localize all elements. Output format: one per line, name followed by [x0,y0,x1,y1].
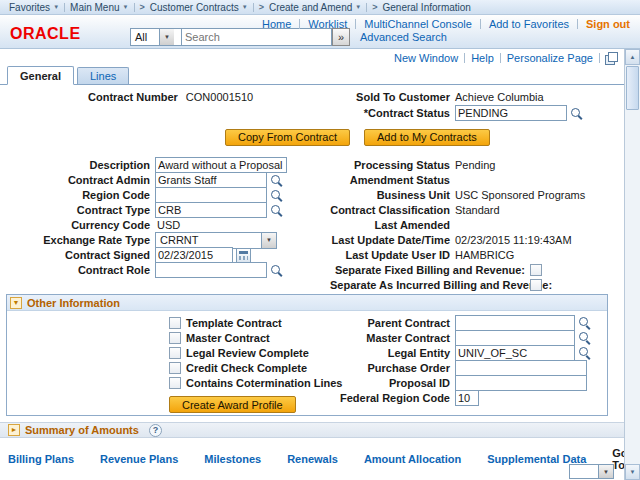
goto-dropdown[interactable] [569,464,614,479]
help-icon[interactable]: ? [149,424,162,437]
currency-code-label: Currency Code [0,219,155,231]
proposal-id-input[interactable] [455,375,587,391]
chevron-down-icon [53,4,59,10]
header: ORACLE All » Advanced Search Home Workli… [0,15,640,49]
breadcrumb-arrow-icon [135,2,145,12]
business-unit-value: USC Sponsored Programs [455,189,585,201]
copy-url-icon[interactable] [605,52,617,64]
federal-region-code-input[interactable] [455,390,479,406]
parent-contract-label: Parent Contract [330,317,455,329]
billing-plans-link[interactable]: Billing Plans [8,453,74,465]
legal-entity-input[interactable] [455,345,575,361]
worklist-link[interactable]: Worklist [300,18,355,30]
legal-review-complete-checkbox[interactable] [169,347,181,359]
other-information-header: Other Information [7,295,607,311]
contract-signed-input[interactable] [155,247,233,263]
parent-contract-input[interactable] [455,315,575,331]
lookup-icon[interactable] [578,331,591,344]
search-input[interactable] [182,28,332,46]
purchase-order-input[interactable] [455,360,587,376]
last-update-datetime-value: 02/23/2015 11:19:43AM [455,234,572,246]
contract-role-input[interactable] [155,262,267,278]
search-scope-dropdown[interactable]: All [130,28,182,46]
description-input[interactable] [155,157,287,173]
search-go-button[interactable]: » [332,28,350,46]
personalize-page-link[interactable]: Personalize Page [501,52,599,64]
home-link[interactable]: Home [254,18,299,30]
summary-of-amounts-section: Summary of Amounts ? [0,422,624,438]
breadcrumb-general-information[interactable]: General Information [378,2,476,13]
currency-code-value: USD [157,219,180,231]
summary-of-amounts-title: Summary of Amounts [25,424,139,436]
contract-number-label: Contract Number [88,91,178,103]
separate-incurred-label: Separate As Incurred Billing and Revenue… [330,279,530,291]
amount-allocation-link[interactable]: Amount Allocation [364,453,461,465]
breadcrumb-arrow-icon [254,2,264,12]
breadcrumb-customer-contracts[interactable]: Customer Contracts [145,2,253,13]
expand-section-icon[interactable] [8,424,20,436]
breadcrumb-create-and-amend[interactable]: Create and Amend [264,2,366,13]
milestones-link[interactable]: Milestones [204,453,261,465]
copy-from-contract-button[interactable]: Copy From Contract [225,129,350,146]
chevron-down-icon [261,233,276,248]
add-to-favorites-link[interactable]: Add to Favorites [481,18,577,30]
renewals-link[interactable]: Renewals [287,453,338,465]
lookup-icon[interactable] [270,264,283,277]
contains-cotermination-lines-label: Contains Cotermination Lines [186,377,342,389]
create-award-profile-button[interactable]: Create Award Profile [169,396,296,413]
tab-lines[interactable]: Lines [77,67,129,84]
contains-cotermination-lines-checkbox[interactable] [169,377,181,389]
lookup-icon[interactable] [570,107,583,120]
vertical-scrollbar[interactable] [624,49,640,480]
separate-incurred-checkbox[interactable] [530,279,542,291]
contract-number-value: CON0001510 [186,91,253,103]
scrollbar-thumb[interactable] [626,66,639,110]
breadcrumb-favorites[interactable]: Favorites [4,2,64,13]
chevron-down-icon [598,465,613,478]
calendar-icon[interactable] [236,248,251,263]
sign-out-link[interactable]: Sign out [578,18,630,30]
contract-classification-value: Standard [455,204,500,216]
proposal-id-label: Proposal ID [330,377,455,389]
processing-status-value: Pending [455,159,495,171]
lookup-icon[interactable] [578,346,591,359]
lookup-icon[interactable] [270,189,283,202]
federal-region-code-label: Federal Region Code [330,392,455,404]
legal-entity-label: Legal Entity [330,347,455,359]
oracle-logo: ORACLE [10,25,81,43]
peoplesoft-window: Favorites Main Menu Customer Contracts C… [0,0,640,480]
other-information-title: Other Information [27,297,120,309]
master-contract-input[interactable] [455,330,575,346]
lookup-icon[interactable] [270,174,283,187]
lookup-icon[interactable] [270,204,283,217]
master-contract-checkbox[interactable] [169,332,181,344]
scroll-down-button[interactable] [625,464,640,480]
separate-fixed-checkbox[interactable] [530,264,542,276]
new-window-link[interactable]: New Window [388,52,464,64]
collapse-section-icon[interactable] [10,297,22,309]
contract-type-input[interactable] [155,202,267,218]
contract-status-input[interactable] [455,105,567,121]
template-contract-checkbox[interactable] [169,317,181,329]
sold-to-customer-value: Achieve Columbia [455,91,544,103]
advanced-search-link[interactable]: Advanced Search [360,31,447,43]
tab-general[interactable]: General [7,66,74,85]
contract-admin-input[interactable] [155,172,267,188]
amendment-status-label: Amendment Status [330,174,455,186]
help-link[interactable]: Help [465,52,500,64]
separate-fixed-label: Separate Fixed Billing and Revenue: [330,264,530,276]
chevron-down-icon [242,4,248,10]
add-to-my-contracts-button[interactable]: Add to My Contracts [364,129,490,146]
header-links: Home Worklist MultiChannel Console Add t… [254,18,630,30]
last-amended-label: Last Amended [330,219,455,231]
credit-check-complete-checkbox[interactable] [169,362,181,374]
tab-general-label: General [20,70,61,82]
exchange-rate-type-select[interactable]: CRRNT [155,232,277,249]
breadcrumb-main-menu[interactable]: Main Menu [65,2,133,13]
contract-status-label: *Contract Status [330,107,455,119]
scroll-up-button[interactable] [625,49,640,65]
lookup-icon[interactable] [578,316,591,329]
multichannel-console-link[interactable]: MultiChannel Console [356,18,480,30]
revenue-plans-link[interactable]: Revenue Plans [100,453,178,465]
region-code-input[interactable] [155,187,267,203]
